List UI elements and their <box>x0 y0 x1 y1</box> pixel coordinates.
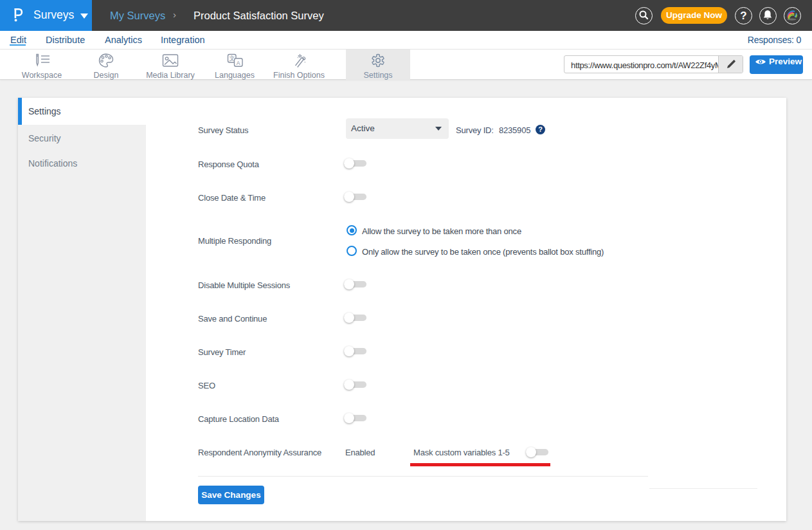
svg-text:A: A <box>237 60 240 66</box>
